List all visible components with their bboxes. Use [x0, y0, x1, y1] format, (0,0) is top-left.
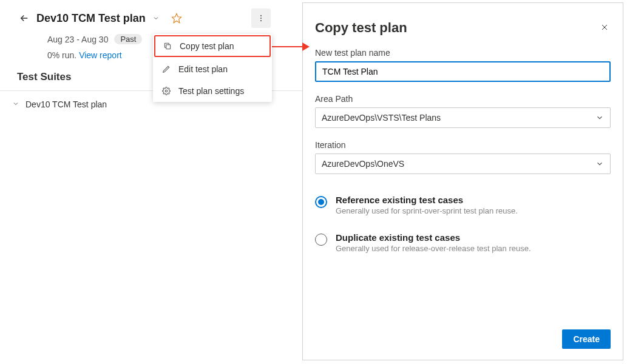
create-button[interactable]: Create [562, 329, 611, 349]
svg-point-1 [260, 15, 262, 16]
radio-reference-existing[interactable]: Reference existing test cases Generally … [315, 195, 611, 215]
radio-texts: Duplicate existing test cases Generally … [336, 232, 611, 253]
menu-item-label: Test plan settings [178, 86, 244, 96]
chevron-down-icon[interactable] [12, 99, 22, 109]
radio-subtext: Generally used for sprint-over-sprint te… [336, 206, 611, 215]
radio-texts: Reference existing test cases Generally … [336, 195, 611, 215]
radio-circle-icon [315, 234, 327, 246]
context-menu: Copy test plan Edit test plan Test plan … [153, 34, 272, 102]
panel-title: Copy test plan [315, 20, 407, 36]
more-options-button[interactable] [251, 8, 271, 28]
chevron-down-icon[interactable] [152, 14, 160, 22]
past-badge: Past [114, 34, 142, 44]
field-label-area: Area Path [315, 94, 611, 104]
menu-copy-test-plan[interactable]: Copy test plan [154, 35, 271, 57]
iteration-dropdown[interactable]: AzureDevOps\OneVS [315, 153, 611, 174]
menu-item-label: Copy test plan [180, 41, 234, 51]
radio-label: Duplicate existing test cases [336, 232, 611, 243]
plan-title: Dev10 TCM Test plan [36, 12, 146, 25]
radio-subtext: Generally used for release-over-release … [336, 244, 611, 253]
copy-mode-radio-group: Reference existing test cases Generally … [315, 195, 611, 253]
menu-item-label: Edit test plan [178, 64, 228, 74]
date-range: Aug 23 - Aug 30 [47, 35, 108, 44]
svg-marker-0 [172, 14, 181, 23]
area-path-value: AzureDevOps\VSTS\Test Plans [322, 113, 441, 123]
panel-header: Copy test plan [315, 20, 611, 36]
radio-duplicate-existing[interactable]: Duplicate existing test cases Generally … [315, 232, 611, 253]
test-plan-name-input[interactable] [315, 61, 611, 82]
plan-header: Dev10 TCM Test plan [0, 6, 302, 30]
view-report-link[interactable]: View report [79, 50, 122, 60]
run-percent: 0% run. [47, 50, 79, 60]
close-icon[interactable] [600, 22, 611, 33]
field-label-iteration: Iteration [315, 140, 611, 150]
menu-test-plan-settings[interactable]: Test plan settings [153, 80, 272, 102]
iteration-value: AzureDevOps\OneVS [322, 159, 404, 169]
gear-icon [161, 86, 171, 96]
suite-name: Dev10 TCM Test plan [25, 99, 107, 109]
svg-point-5 [165, 90, 168, 92]
svg-point-2 [260, 18, 262, 19]
field-label-name: New test plan name [315, 48, 611, 58]
chevron-down-icon [595, 160, 604, 168]
copy-test-plan-panel: Copy test plan New test plan name Area P… [302, 2, 623, 360]
field-test-plan-name: New test plan name [315, 48, 611, 82]
arrow-head-icon [302, 42, 310, 51]
copy-icon [163, 41, 172, 51]
area-path-dropdown[interactable]: AzureDevOps\VSTS\Test Plans [315, 107, 611, 128]
pencil-icon [161, 64, 171, 74]
menu-edit-test-plan[interactable]: Edit test plan [153, 58, 272, 80]
field-area-path: Area Path AzureDevOps\VSTS\Test Plans [315, 94, 611, 128]
field-iteration: Iteration AzureDevOps\OneVS [315, 140, 611, 174]
favorite-star-icon[interactable] [171, 13, 182, 24]
back-arrow-icon[interactable] [18, 12, 30, 24]
radio-label: Reference existing test cases [336, 195, 611, 205]
svg-rect-4 [166, 45, 171, 49]
svg-point-3 [260, 20, 262, 21]
chevron-down-icon [595, 113, 604, 122]
radio-circle-icon [315, 196, 327, 208]
